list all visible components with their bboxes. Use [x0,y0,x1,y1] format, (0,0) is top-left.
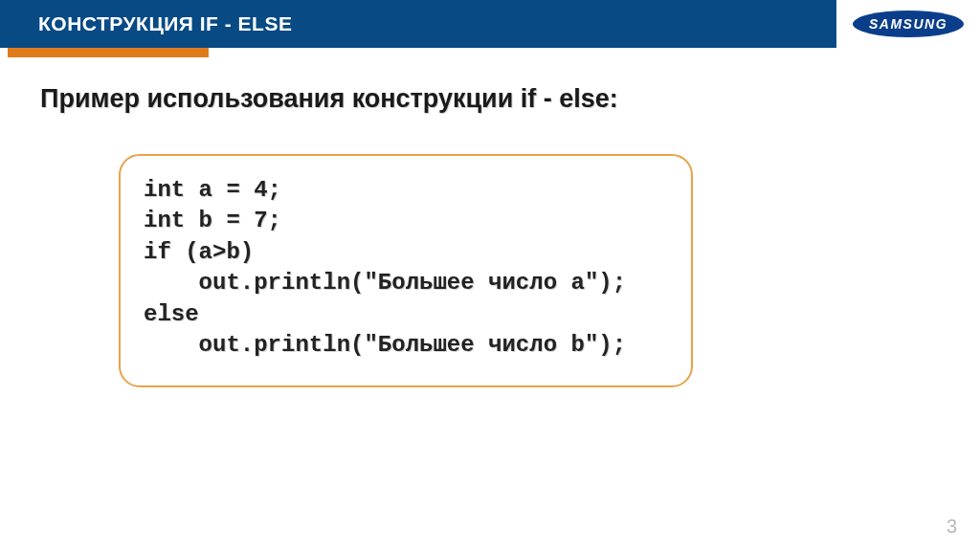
code-line-6: out.println("Большее число b"); [144,330,668,361]
code-line-5: else [144,299,668,330]
code-line-1: int a = 4; [144,175,668,206]
content-area: Пример использования конструкции if - el… [0,48,980,387]
code-line-4: out.println("Большее число a"); [144,268,668,298]
page-number: 3 [947,516,957,538]
samsung-logo-text: SAMSUNG [869,16,947,32]
header-bar: КОНСТРУКЦИЯ IF - ELSE SAMSUNG [0,0,980,48]
orange-accent-bar [8,48,209,57]
code-box: int a = 4; int b = 7; if (a>b) out.print… [119,154,693,387]
code-line-2: int b = 7; [144,206,668,236]
logo-box: SAMSUNG [836,0,980,48]
slide-title: КОНСТРУКЦИЯ IF - ELSE [38,12,292,35]
code-line-3: if (a>b) [144,237,668,268]
samsung-logo-icon: SAMSUNG [851,10,966,38]
subtitle: Пример использования конструкции if - el… [40,84,940,114]
